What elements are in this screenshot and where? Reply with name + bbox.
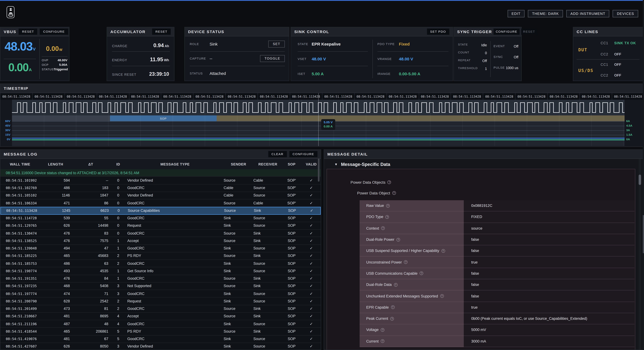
- timestamp-label: 08:54:51.113428: [290, 93, 322, 100]
- detail-key: USB Suspend Supported / Higher Capabilit…: [360, 245, 464, 257]
- help-icon[interactable]: ?: [388, 180, 391, 184]
- log-row[interactable]: 08:54:51.20079062825422RequestSinkSource…: [0, 298, 321, 305]
- log-row[interactable]: 08:54:51.101992594--0Vendor DefinedSourc…: [0, 177, 321, 184]
- log-row[interactable]: 08:54:51.139048494471GoodCRCSinkSourceSO…: [0, 245, 321, 252]
- log-column-header[interactable]: ΔT: [72, 162, 110, 166]
- log-row[interactable]: 08:54:51.105102114618470Vendor DefinedCa…: [0, 192, 321, 199]
- log-row[interactable]: 08:54:51.106334471860GoodCRCSourceCableS…: [0, 199, 321, 207]
- help-icon[interactable]: ?: [441, 249, 445, 253]
- page-scrollbar[interactable]: [643, 0, 644, 350]
- log-row[interactable]: 08:54:51.113428124566230Source Capabilit…: [0, 207, 321, 215]
- capture-toggle-button[interactable]: TOGGLE: [260, 55, 285, 62]
- log-row[interactable]: 08:54:51.21066748186954AcceptSourceSinkS…: [0, 313, 321, 320]
- detail-key: Context?: [360, 223, 464, 234]
- log-row[interactable]: 08:54:51.19723546854083Not SupportedSour…: [0, 282, 321, 290]
- log-column-header[interactable]: MESSAGE TYPE: [126, 162, 224, 166]
- help-icon[interactable]: ?: [381, 328, 384, 332]
- detail-row: PDO Type?FIXED: [360, 212, 634, 223]
- sop-band[interactable]: SOP: [110, 115, 216, 121]
- post-sop-band[interactable]: [216, 115, 624, 121]
- accumulator-reset-button[interactable]: RESET: [152, 29, 171, 35]
- log-column-header[interactable]: WALL TIME: [0, 162, 40, 166]
- help-icon[interactable]: ?: [381, 226, 385, 230]
- help-icon[interactable]: ?: [396, 238, 400, 241]
- log-row[interactable]: 08:54:51.4185444652068615PS RDYSourceSin…: [0, 328, 321, 335]
- help-icon[interactable]: ?: [381, 339, 384, 343]
- timestrip-panel: TIMESTRIP 08:54:51.11342808:54:51.113428…: [0, 84, 644, 147]
- log-column-header[interactable]: SENDER: [224, 162, 254, 166]
- detail-row: Voltage?5000 mV: [360, 324, 634, 336]
- log-row[interactable]: 08:54:51.419076481675GoodCRCSinkSourceSO…: [0, 335, 321, 343]
- detail-scrollbar-track[interactable]: [639, 159, 641, 349]
- log-row[interactable]: 08:54:51.13852547675751AcceptSourceSinkS…: [0, 237, 321, 245]
- log-configure-button[interactable]: CONFIGURE: [289, 151, 318, 157]
- log-column-header[interactable]: RECEIVER: [254, 162, 282, 166]
- log-row[interactable]: 08:54:51.19077449345351Get Source InfoSi…: [0, 267, 321, 275]
- edit-button[interactable]: EDIT: [508, 10, 525, 17]
- set-pdo-button[interactable]: SET PDO: [427, 29, 449, 35]
- log-row[interactable]: 08:54:51.42760762680503Vendor DefinedSin…: [0, 343, 321, 349]
- help-icon[interactable]: ?: [420, 271, 423, 275]
- help-icon[interactable]: ?: [394, 283, 398, 286]
- help-icon[interactable]: ?: [390, 317, 394, 320]
- detail-key: PDO Type?: [360, 212, 464, 223]
- log-row[interactable]: 08:54:51.197774474713GoodCRCSinkSourceSO…: [0, 290, 321, 298]
- app-logo-icon[interactable]: [6, 6, 14, 18]
- help-icon[interactable]: ?: [392, 191, 396, 195]
- panel-title: MESSAGE DETAIL: [327, 152, 368, 156]
- sync-trigger-panel: SYNC TRIGGER CONFIGURE RESET STATEIdleCO…: [454, 27, 522, 81]
- help-icon[interactable]: ?: [386, 204, 390, 208]
- log-row[interactable]: 08:54:51.1027694861830GoodCRCCableSource…: [0, 184, 321, 192]
- log-row[interactable]: 08:54:51.114728539550GoodCRCSinkSourceSO…: [0, 215, 321, 222]
- help-icon[interactable]: ?: [386, 215, 389, 219]
- panel-title: SYNC TRIGGER: [457, 29, 492, 34]
- help-icon[interactable]: ?: [391, 305, 394, 309]
- sync-configure-button[interactable]: CONFIGURE: [494, 29, 520, 35]
- timestamp-label: 08:54:51.113428: [129, 93, 162, 100]
- devices-button[interactable]: DEVICES: [613, 10, 638, 17]
- message-log-panel: MESSAGE LOG CLEAR CONFIGURE WALL TIMELEN…: [0, 149, 321, 350]
- vbus-reset-button[interactable]: RESET: [19, 29, 37, 35]
- detail-row: Peak Current?0b00 (Peak current equals I…: [360, 313, 634, 324]
- detail-key: Unchunked Extended Messages Supported?: [360, 290, 464, 302]
- log-row[interactable]: 08:54:51.201499473812GoodCRCSourceSinkSO…: [0, 305, 321, 313]
- log-row[interactable]: 08:54:51.191351476841GoodCRCSourceSinkSO…: [0, 275, 321, 282]
- log-row[interactable]: 08:54:51.129765626144980RequestSinkSourc…: [0, 222, 321, 230]
- log-column-header[interactable]: ID: [110, 162, 126, 166]
- log-row[interactable]: 08:54:51.130474476830GoodCRCSourceSinkSO…: [0, 230, 321, 237]
- timestamp-label: 08:54:51.113428: [451, 93, 483, 100]
- panel-title: SINK CONTROL: [294, 29, 329, 34]
- timestamp-axis[interactable]: 08:54:51.11342808:54:51.11342808:54:51.1…: [0, 93, 644, 100]
- detail-row: Raw Value?0x0881912C: [360, 200, 634, 212]
- usds-label: US/DS: [578, 68, 594, 73]
- log-row[interactable]: 08:54:51.211196487484GoodCRCSinkSourceSO…: [0, 320, 321, 328]
- theme-button[interactable]: THEME: DARK: [528, 10, 563, 17]
- help-icon[interactable]: ?: [404, 260, 408, 264]
- timestrip-header: TIMESTRIP: [0, 84, 644, 93]
- detail-row: USB Suspend Supported / Higher Capabilit…: [360, 245, 634, 257]
- timestamp-label: 08:54:51.113428: [258, 93, 290, 100]
- log-column-header[interactable]: SOP: [282, 162, 301, 166]
- panel-title: ACCUMULATOR: [110, 29, 146, 34]
- sync-reset-button[interactable]: RESET: [521, 29, 537, 35]
- role-set-button[interactable]: SET: [268, 41, 285, 48]
- detail-key: USB Communications Capable?: [360, 268, 464, 279]
- dut-label: DUT: [578, 47, 587, 52]
- page-scrollbar-thumb[interactable]: [643, 215, 644, 253]
- pre-sop-band[interactable]: [12, 115, 110, 121]
- detail-scrollbar[interactable]: [639, 175, 641, 185]
- log-clear-button[interactable]: CLEAR: [268, 151, 287, 157]
- log-row[interactable]: 08:54:51.185225465456832PS RDYSourceSink…: [0, 252, 321, 260]
- add-instrument-button[interactable]: ADD INSTRUMENT: [566, 10, 610, 17]
- detail-key: Current?: [360, 336, 464, 347]
- log-row[interactable]: 08:54:51.185753486632GoodCRCSinkSourceSO…: [0, 260, 321, 267]
- voltage-tick-label: 45V: [0, 124, 10, 127]
- vbus-configure-button[interactable]: CONFIGURE: [40, 29, 68, 35]
- section-message-specific-data[interactable]: ▼ Message-Specific Data: [334, 162, 390, 167]
- log-column-header[interactable]: LENGTH: [40, 162, 72, 166]
- log-info-row[interactable]: 08:54:51.116000 Device status changed to…: [0, 169, 321, 177]
- time-cursor[interactable]: [318, 93, 319, 146]
- log-scrollbar[interactable]: [318, 158, 320, 182]
- power-data-object-label: Power Data Object ?: [357, 191, 396, 195]
- help-icon[interactable]: ?: [440, 294, 444, 298]
